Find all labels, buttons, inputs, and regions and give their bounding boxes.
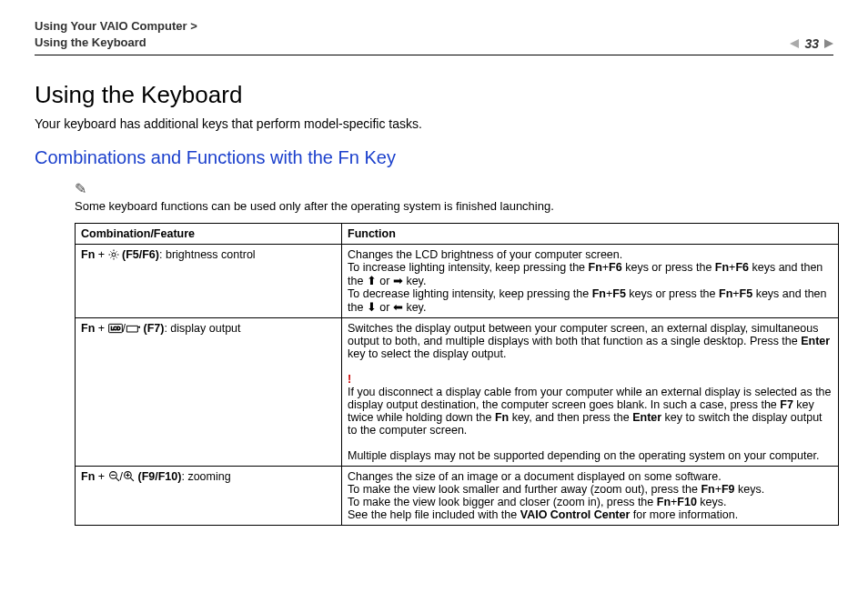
key-name: Enter: [801, 335, 830, 347]
function-cell: Changes the LCD brightness of your compu…: [342, 245, 839, 318]
key-name: F6: [609, 261, 622, 274]
func-text: keys.: [735, 483, 765, 496]
page-title: Using the Keyboard: [35, 81, 833, 109]
key-name: F5: [740, 287, 753, 300]
breadcrumb-line2: Using the Keyboard: [35, 35, 146, 49]
func-text: If you disconnect a display cable from y…: [348, 386, 832, 411]
fn-key-table: Combination/Feature Function Fn + (F5/F6…: [75, 223, 839, 526]
key-name: Fn: [657, 496, 671, 508]
func-text: for more information.: [630, 508, 738, 521]
svg-line-7: [110, 256, 111, 257]
func-text: keys.: [697, 496, 727, 508]
fn-key-label: Fn: [81, 471, 95, 484]
external-display-icon: [126, 323, 140, 337]
plus-sign: +: [602, 261, 609, 274]
document-page: Using Your VAIO Computer > Using the Key…: [0, 0, 868, 553]
func-text: or: [377, 275, 393, 287]
col-header-function: Function: [342, 224, 839, 245]
brightness-icon: [108, 249, 119, 263]
key-name: Fn: [719, 287, 732, 300]
key-name: Fn: [701, 483, 714, 496]
page-header: Using Your VAIO Computer > Using the Key…: [35, 18, 833, 55]
combo-cell: Fn + (F5/F6): brightness control: [76, 245, 342, 318]
svg-line-8: [116, 251, 116, 252]
key-spec: (F7): [144, 322, 165, 335]
key-name: Fn: [592, 287, 606, 300]
svg-line-16: [130, 478, 134, 482]
plus-sign: +: [732, 287, 739, 300]
func-text: keys or press the: [626, 287, 719, 300]
func-text: To increase lighting intensity, keep pre…: [348, 261, 589, 274]
func-text: keys or press the: [622, 261, 715, 274]
key-name: Fn: [495, 411, 509, 424]
combo-cell: Fn + / (F9/F10): zooming: [76, 467, 342, 526]
key-name: Fn: [715, 261, 729, 274]
lcd-icon: LCD: [108, 323, 123, 337]
func-text: or: [377, 301, 393, 314]
arrow-right-icon: ➡: [393, 275, 403, 287]
arrow-left-icon: ⬅: [393, 301, 403, 314]
key-name: F6: [735, 261, 749, 274]
prev-page-arrow-icon[interactable]: [790, 39, 799, 48]
breadcrumb-line1: Using Your VAIO Computer >: [35, 19, 197, 33]
func-text: To decrease lighting intensity, keep pre…: [348, 287, 592, 300]
fn-key-label: Fn: [81, 248, 95, 261]
table-row: Fn + LCD / (F7): display output Switches…: [76, 318, 839, 467]
svg-line-5: [110, 251, 111, 252]
note-icon: ✎: [75, 181, 86, 196]
func-text: Multiple displays may not be supported d…: [348, 449, 819, 462]
product-name: VAIO Control Center: [520, 508, 631, 521]
key-spec: (F5/F6): [122, 248, 159, 261]
section-title: Combinations and Functions with the Fn K…: [35, 147, 833, 168]
page-number: 33: [804, 36, 819, 51]
func-text: key.: [403, 275, 426, 287]
combo-desc: : zooming: [181, 471, 230, 484]
key-name: Fn: [589, 261, 602, 274]
table-row: Fn + (F5/F6): brightness control Changes…: [76, 245, 839, 318]
svg-line-13: [116, 478, 119, 482]
func-text: To make the view look bigger and closer …: [348, 496, 657, 508]
arrow-up-icon: ⬆: [367, 275, 377, 287]
zoom-out-icon: [108, 470, 120, 485]
func-text: Switches the display output between your…: [348, 322, 818, 347]
warning-text: If you disconnect a display cable from y…: [348, 386, 832, 437]
key-spec: (F9/F10): [138, 471, 182, 484]
combo-desc: : display output: [164, 322, 240, 335]
intro-text: Your keyboard has additional keys that p…: [35, 116, 833, 131]
table-row: Fn + / (F9/F10): zooming Changes the siz…: [76, 467, 839, 526]
func-text: key.: [403, 301, 426, 314]
func-text: key to select the display output.: [348, 347, 506, 360]
note-block: ✎ Some keyboard functions can be used on…: [35, 181, 833, 214]
key-name: F5: [612, 287, 626, 300]
breadcrumb: Using Your VAIO Computer > Using the Key…: [35, 18, 197, 51]
note-text: Some keyboard functions can be used only…: [75, 199, 554, 213]
svg-point-0: [112, 253, 116, 256]
zoom-in-icon: [123, 470, 135, 485]
key-name: F10: [677, 496, 697, 508]
fn-key-label: Fn: [81, 322, 95, 335]
plus-sign: +: [715, 483, 722, 496]
func-text: Changes the LCD brightness of your compu…: [348, 248, 622, 261]
table-header-row: Combination/Feature Function: [76, 224, 839, 245]
key-name: F7: [780, 398, 793, 411]
key-name: F9: [722, 483, 735, 496]
combo-cell: Fn + LCD / (F7): display output: [76, 318, 342, 467]
page-number-block: 33: [790, 36, 833, 51]
function-cell: Changes the size of an image or a docume…: [342, 467, 839, 526]
func-text: To make the view look smaller and furthe…: [348, 483, 701, 496]
next-page-arrow-icon[interactable]: [824, 39, 833, 48]
function-cell: Switches the display output between your…: [342, 318, 839, 467]
func-text: key, and then press the: [509, 411, 632, 424]
key-name: Enter: [632, 411, 661, 424]
arrow-down-icon: ⬇: [367, 301, 377, 314]
combo-desc: : brightness control: [159, 248, 256, 261]
func-text: See the help file included with the: [348, 508, 520, 521]
func-text: Changes the size of an image or a docume…: [348, 470, 722, 483]
col-header-combination: Combination/Feature: [76, 224, 342, 245]
svg-text:LCD: LCD: [110, 326, 120, 331]
warning-icon: !: [348, 373, 351, 386]
svg-point-11: [139, 327, 140, 327]
svg-line-6: [116, 256, 116, 257]
